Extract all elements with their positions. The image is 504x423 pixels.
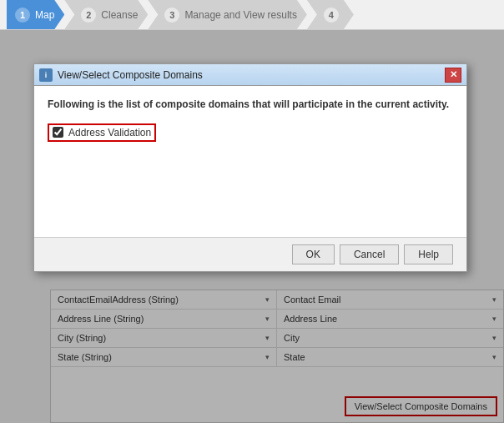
help-button[interactable]: Help [404,244,453,264]
step-num-2: 2 [81,8,96,23]
step-num-1: 1 [15,8,30,23]
main-content: ContactEmailAddress (String) ▾ Contact E… [0,30,504,423]
modal-description: Following is the list of composite domai… [48,98,453,112]
ok-button[interactable]: OK [292,244,335,264]
modal-close-button[interactable]: ✕ [445,68,461,83]
modal-body: Following is the list of composite domai… [34,86,466,237]
modal-overlay: i View/Select Composite Domains ✕ Follow… [0,30,504,423]
modal-title: View/Select Composite Domains [58,69,445,81]
cancel-button[interactable]: Cancel [340,244,399,264]
modal-titlebar: i View/Select Composite Domains ✕ [34,64,466,86]
modal-spacer [48,142,453,225]
view-select-composite-domains-dialog: i View/Select Composite Domains ✕ Follow… [33,63,467,272]
wizard-step-map[interactable]: 1 Map [7,0,64,29]
address-validation-label: Address Validation [68,127,151,138]
wizard-step-manage[interactable]: 3 Manage and View results [148,0,307,29]
step-label-map: Map [35,9,54,21]
modal-footer: OK Cancel Help [34,237,466,271]
address-validation-checkbox-row[interactable]: Address Validation [48,123,156,142]
wizard-step-cleanse[interactable]: 2 Cleanse [64,0,148,29]
wizard-step-4[interactable]: 4 [307,0,354,29]
step-label-manage: Manage and View results [184,9,297,21]
dialog-icon: i [39,68,53,82]
step-num-3: 3 [164,8,179,23]
address-validation-checkbox[interactable] [53,127,63,138]
step-num-4: 4 [324,8,339,23]
step-label-cleanse: Cleanse [101,9,138,21]
wizard-bar: 1 Map 2 Cleanse 3 Manage and View result… [0,0,504,30]
